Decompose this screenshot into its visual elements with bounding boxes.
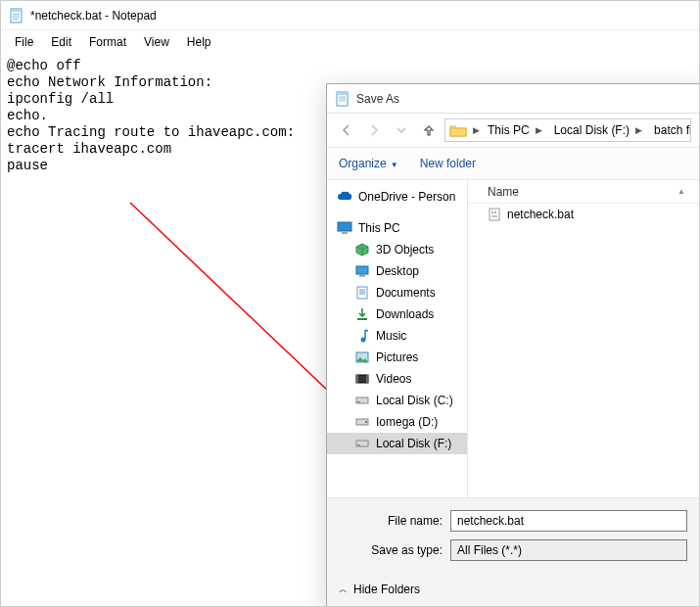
- menu-edit[interactable]: Edit: [43, 32, 79, 52]
- notepad-icon: [335, 91, 350, 107]
- file-list-pane[interactable]: Name▲ netcheck.bat: [468, 180, 699, 497]
- breadcrumb-bar[interactable]: ▶ This PC▶ Local Disk (F:)▶ batch files: [444, 118, 691, 142]
- svg-point-24: [359, 354, 362, 357]
- tree-music[interactable]: Music: [327, 325, 467, 347]
- tree-pictures[interactable]: Pictures: [327, 347, 467, 368]
- svg-point-22: [361, 338, 366, 343]
- save-as-dialog: Save As ▶ This PC▶ Local Disk (F:)▶ batc…: [326, 83, 700, 607]
- hide-folders-button[interactable]: ︿ Hide Folders: [339, 569, 687, 596]
- tree-desktop[interactable]: Desktop: [327, 260, 467, 282]
- chevron-up-icon: ︿: [339, 584, 348, 596]
- svg-rect-34: [490, 209, 499, 220]
- tree-onedrive[interactable]: OneDrive - Person: [327, 186, 467, 208]
- svg-rect-8: [337, 92, 348, 95]
- notepad-title: *netcheck.bat - Notepad: [30, 9, 157, 23]
- navigation-tree[interactable]: OneDrive - Person This PC 3D Objects Des…: [327, 180, 468, 497]
- folder-icon: [445, 123, 471, 137]
- svg-rect-12: [450, 128, 466, 136]
- notepad-icon: [9, 8, 24, 23]
- svg-rect-15: [356, 266, 368, 274]
- menu-format[interactable]: Format: [81, 32, 134, 52]
- tree-videos[interactable]: Videos: [327, 368, 467, 390]
- svg-rect-29: [357, 401, 360, 402]
- documents-icon: [354, 285, 370, 301]
- breadcrumb-folder[interactable]: batch files: [648, 119, 691, 141]
- sort-asc-icon[interactable]: ▲: [677, 187, 685, 196]
- filename-input[interactable]: [450, 510, 687, 532]
- onedrive-icon: [337, 189, 352, 205]
- drive-icon: [354, 393, 370, 408]
- svg-rect-16: [359, 275, 365, 277]
- breadcrumb-drive[interactable]: Local Disk (F:)▶: [548, 119, 648, 141]
- menu-view[interactable]: View: [136, 32, 177, 52]
- svg-rect-1: [11, 9, 22, 12]
- notepad-menubar: File Edit Format View Help: [1, 30, 699, 56]
- tree-documents[interactable]: Documents: [327, 282, 467, 304]
- notepad-titlebar: *netcheck.bat - Notepad: [1, 1, 699, 30]
- address-bar: ▶ This PC▶ Local Disk (F:)▶ batch files: [327, 114, 699, 147]
- nav-recent-button[interactable]: [390, 118, 413, 142]
- nav-back-button[interactable]: [335, 118, 358, 142]
- downloads-icon: [354, 306, 370, 322]
- savetype-combo[interactable]: All Files (*.*): [450, 539, 687, 561]
- organize-button[interactable]: Organize▼: [339, 157, 398, 170]
- music-icon: [354, 328, 370, 344]
- dialog-titlebar: Save As: [327, 84, 699, 114]
- svg-rect-32: [356, 441, 368, 446]
- column-name[interactable]: Name: [488, 185, 519, 199]
- svg-rect-14: [342, 232, 348, 234]
- svg-rect-28: [356, 397, 368, 403]
- dialog-title: Save As: [356, 92, 399, 106]
- savetype-label: Save as type:: [339, 543, 443, 557]
- filename-label: File name:: [339, 514, 443, 528]
- menu-file[interactable]: File: [7, 32, 41, 52]
- svg-rect-27: [366, 375, 368, 383]
- file-row[interactable]: netcheck.bat: [468, 204, 699, 225]
- dialog-bottom: File name: Save as type: All Files (*.*)…: [327, 497, 699, 606]
- tree-downloads[interactable]: Downloads: [327, 304, 467, 325]
- tree-local-f[interactable]: Local Disk (F:): [327, 433, 467, 454]
- tree-local-c[interactable]: Local Disk (C:): [327, 390, 467, 411]
- svg-point-35: [491, 211, 493, 213]
- chevron-right-icon[interactable]: ▶: [471, 125, 482, 135]
- svg-rect-26: [356, 375, 358, 383]
- 3dobjects-icon: [354, 242, 370, 257]
- svg-rect-17: [357, 287, 367, 299]
- tree-thispc[interactable]: This PC: [327, 217, 467, 239]
- svg-rect-21: [357, 318, 367, 320]
- menu-help[interactable]: Help: [179, 32, 219, 52]
- batch-file-icon: [488, 208, 501, 221]
- drive-icon: [354, 436, 370, 451]
- tree-iomega-d[interactable]: Iomega (D:): [327, 411, 467, 433]
- pictures-icon: [354, 350, 370, 365]
- breadcrumb-thispc[interactable]: This PC▶: [482, 119, 548, 141]
- nav-up-button[interactable]: [417, 118, 441, 142]
- dialog-toolbar: Organize▼ New folder: [327, 147, 699, 180]
- drive-icon: [354, 414, 370, 430]
- svg-rect-33: [357, 444, 360, 445]
- svg-point-36: [494, 211, 496, 213]
- svg-point-31: [365, 421, 367, 423]
- thispc-icon: [337, 220, 352, 236]
- desktop-icon: [354, 263, 370, 279]
- file-name: netcheck.bat: [507, 208, 574, 221]
- videos-icon: [354, 371, 370, 387]
- tree-3dobjects[interactable]: 3D Objects: [327, 239, 467, 260]
- new-folder-button[interactable]: New folder: [420, 157, 476, 170]
- column-header[interactable]: Name▲: [468, 180, 699, 204]
- svg-rect-13: [338, 222, 351, 231]
- nav-forward-button[interactable]: [362, 118, 386, 142]
